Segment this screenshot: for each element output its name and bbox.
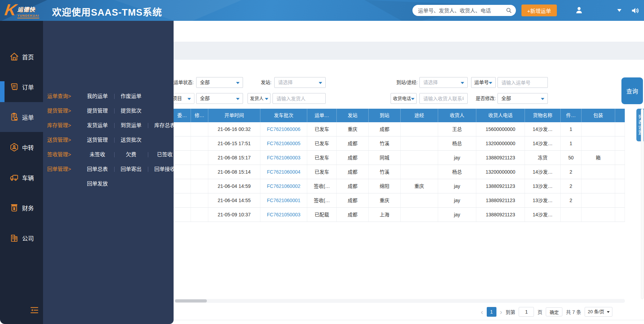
batch-link[interactable]: FC7621060005 [260, 136, 307, 150]
vertical-scrollbar[interactable] [641, 109, 644, 299]
goto-confirm-button[interactable]: 确定 [546, 307, 562, 316]
submenu-group-label[interactable]: 运单查询> [47, 89, 80, 103]
submenu-item[interactable]: 提货批次 [114, 103, 148, 118]
chevron-down-icon[interactable] [617, 9, 621, 14]
submenu-item[interactable]: 回单总表 [81, 162, 114, 176]
page-label: 页 [537, 308, 542, 315]
waybill-status-select[interactable]: 全部 [196, 77, 243, 88]
table-cell: 21-06-08 15:17 [208, 151, 260, 165]
table-cell: jay [438, 179, 476, 193]
prev-page-icon[interactable]: ‹ [481, 307, 483, 317]
submenu-item[interactable]: 已签收 [148, 147, 182, 162]
goto-label: 到第 [505, 308, 515, 315]
table-cell [582, 136, 615, 150]
modified-select[interactable]: 全部 [497, 93, 548, 104]
batch-link[interactable]: FC7621060002 [260, 179, 307, 193]
waybill-no-input[interactable] [497, 77, 548, 88]
submenu-item[interactable]: 我的运单 [81, 89, 114, 103]
goto-page-input[interactable] [519, 307, 534, 317]
column-header: 包装 [582, 109, 615, 122]
order-icon [9, 82, 19, 92]
submenu-group-label[interactable]: 签收管理> [47, 147, 80, 162]
chevron-down-icon [187, 98, 191, 102]
page-size-select[interactable]: 20 条/页 [585, 307, 612, 317]
submenu-item[interactable]: 送货管理 [81, 133, 114, 147]
sidebar-item-orders[interactable]: 订单 [0, 72, 43, 102]
table-cell: 成都 [337, 151, 369, 165]
table-cell: 2 [561, 165, 582, 179]
column-header: 发站 [337, 109, 369, 122]
batch-link[interactable]: FC7621060006 [260, 122, 307, 136]
submenu-group-label[interactable]: 库存管理> [47, 118, 80, 133]
user-avatar-icon[interactable] [575, 6, 584, 15]
table-cell [401, 165, 438, 179]
app-header: K 运德快 YUNDEKUAI 欢迎使用SAAS-TMS系统 +新增运单 [0, 0, 644, 21]
shipper-input[interactable] [273, 93, 326, 104]
submenu-item[interactable]: 作废运单 [114, 89, 148, 103]
next-page-icon[interactable]: › [500, 307, 502, 317]
receiver-phone-field-select[interactable]: 收货电话 [391, 93, 417, 104]
submenu-item[interactable]: 回单寄出 [114, 162, 148, 176]
sidebar-item-company[interactable]: 公司 [0, 223, 43, 253]
table-cell: 上海 [369, 208, 401, 222]
speaker-icon[interactable] [630, 6, 639, 15]
sidebar-item-vehicles[interactable]: 车辆 [0, 163, 43, 192]
submenu-row: 运单查询>我的运单作废运单 [43, 89, 174, 103]
horizontal-scrollbar[interactable] [174, 299, 625, 303]
table-row: 21-06-08 15:17FC7621060003已发车成都同城jay1388… [174, 151, 625, 165]
waybill-no-field-select[interactable]: 运单号 [471, 77, 496, 88]
submenu-group-label[interactable]: 回单管理> [47, 162, 80, 176]
current-page-button[interactable]: 1 [487, 307, 496, 317]
submenu-item[interactable]: 提货管理 [81, 103, 114, 118]
global-search[interactable] [412, 5, 516, 16]
batch-link[interactable]: FC7621060001 [260, 193, 307, 207]
sidebar-item-transit[interactable]: 中转 [0, 132, 43, 162]
submenu-item[interactable]: 回单发放 [81, 176, 114, 191]
submenu-item[interactable]: 发货运单 [81, 118, 114, 133]
submenu-item[interactable]: 送货批次 [114, 133, 148, 147]
table-cell: 21-06-15 17:51 [208, 136, 260, 150]
submenu-group-label[interactable]: 送货管理> [47, 133, 80, 147]
table-cell: 杨总 [438, 136, 476, 150]
table-cell [174, 179, 191, 193]
submenu-item[interactable]: 未签收 [81, 147, 114, 162]
scrollbar-thumb[interactable] [175, 299, 207, 302]
brand-logo[interactable]: K 运德快 YUNDEKUAI [5, 2, 47, 19]
submenu-item[interactable]: 回单接收 [148, 162, 182, 176]
fee-item-select[interactable]: 全部 [196, 93, 243, 104]
table-cell [582, 122, 615, 136]
batch-link[interactable]: FC7621060003 [260, 151, 307, 165]
sidebar-item-finance[interactable]: 财务 [0, 193, 43, 223]
sidebar-item-waybills[interactable]: 运单 [0, 102, 43, 132]
table-cell [615, 151, 625, 165]
chevron-down-icon [541, 98, 544, 102]
submenu-group-label[interactable]: 提货管理> [47, 103, 80, 118]
table-body: 21-06-16 00:32FC7621060006已发车重庆成都王总15600… [174, 122, 625, 222]
submenu-item[interactable]: 库存总表 [148, 118, 182, 133]
dest-select[interactable]: 请选择 [419, 77, 468, 88]
search-button[interactable]: 查询 [621, 77, 643, 104]
table-cell [401, 151, 438, 165]
table-cell [615, 179, 625, 193]
new-waybill-button[interactable]: +新增运单 [521, 5, 557, 16]
chevron-down-icon [461, 82, 464, 86]
sidebar-item-home[interactable]: 首页 [0, 42, 43, 72]
table-cell [191, 193, 208, 207]
table-cell: 13880921123 [476, 208, 525, 222]
table-cell [561, 208, 582, 222]
batch-link[interactable]: FC7621060004 [260, 165, 307, 179]
table-cell [582, 165, 615, 179]
table-cell [582, 208, 615, 222]
collapse-menu-icon[interactable] [29, 305, 40, 315]
sidebar: 首页 订单 运单 [0, 21, 43, 324]
batch-link[interactable]: FC7621050003 [260, 208, 307, 222]
company-icon [9, 233, 19, 243]
table-cell [191, 136, 208, 150]
submenu-item[interactable]: 到货运单 [114, 118, 148, 133]
shipper-field-select[interactable]: 发货人 [248, 93, 270, 104]
receiver-phone-input[interactable] [419, 93, 468, 104]
global-search-input[interactable] [418, 5, 505, 16]
origin-select[interactable]: 请选择 [274, 77, 326, 88]
table-cell: 14沙发… [525, 165, 561, 179]
submenu-item[interactable]: 欠费 [114, 147, 148, 162]
